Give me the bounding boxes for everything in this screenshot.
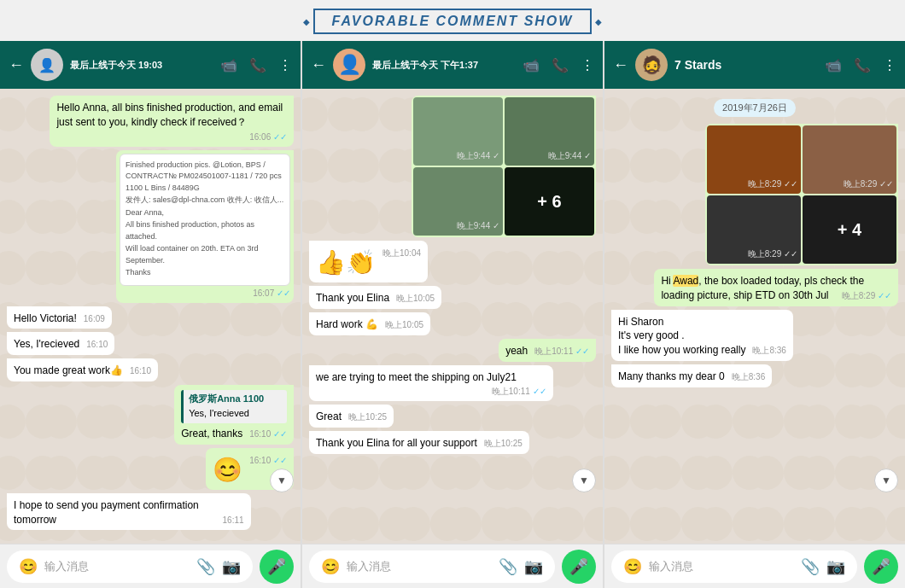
mic-button-3[interactable]: 🎤 bbox=[864, 550, 898, 584]
msg-text-2-8: Thank you Elina for all your support bbox=[316, 437, 477, 449]
attachment-icon-1[interactable]: 📎 bbox=[196, 557, 215, 576]
msg-time-1-8: 16:11 bbox=[223, 515, 244, 527]
chat-input-box-1[interactable]: 😊 输入消息 📎 📷 bbox=[7, 550, 253, 583]
emoji-clap: 👍👏 bbox=[316, 249, 376, 276]
msg-text-1-4: Yes, I'recieved bbox=[14, 338, 79, 350]
menu-icon-3[interactable]: ⋮ bbox=[883, 57, 896, 73]
chat-panel-3: ← 🧔 7 Stards 📹 📞 ⋮ 2019年7月26日 bbox=[604, 41, 905, 588]
scroll-down-btn-3[interactable]: ▼ bbox=[874, 469, 898, 492]
camera-icon-2[interactable]: 📷 bbox=[524, 557, 543, 576]
emoji-input-icon-2[interactable]: 😊 bbox=[321, 557, 340, 576]
back-arrow-3[interactable]: ← bbox=[613, 56, 628, 74]
plus-overlay-2: + 6 bbox=[505, 167, 594, 236]
msg-text-1-5: You made great work👍 bbox=[14, 364, 123, 376]
check-1-1: ✓✓ bbox=[273, 132, 287, 142]
menu-icon-2[interactable]: ⋮ bbox=[581, 57, 594, 73]
video-call-icon-2[interactable]: 📹 bbox=[523, 57, 540, 73]
title-banner: FAVORABLE COMMENT SHOW bbox=[0, 0, 905, 41]
message-2-2: 👍👏 晚上10:04 bbox=[309, 241, 428, 282]
highlight-awad: Awad bbox=[673, 275, 698, 287]
msg-time-1-5: 16:10 bbox=[130, 365, 151, 377]
msg-time-2-6: 晚上10:11 ✓✓ bbox=[492, 386, 546, 398]
cargo-img-2-4: + 6 bbox=[505, 167, 594, 236]
chat-input-placeholder-3[interactable]: 输入消息 bbox=[649, 559, 794, 574]
message-1-4: Yes, I'recieved 16:10 bbox=[7, 332, 114, 355]
scroll-down-btn-1[interactable]: ▼ bbox=[270, 469, 294, 492]
chat-header-2: ← 👤 最后上线于今天 下午1:37 📹 📞 ⋮ bbox=[302, 41, 603, 89]
msg-time-3-thanks: 晚上8:36 bbox=[732, 371, 765, 383]
chat-input-box-3[interactable]: 😊 输入消息 📎 📷 bbox=[611, 550, 857, 583]
img-time-3-2: 晚上8:29 ✓✓ bbox=[844, 178, 893, 190]
msg-text-2-7: Great bbox=[316, 410, 342, 422]
chat-input-box-2[interactable]: 😊 输入消息 📎 📷 bbox=[309, 550, 555, 583]
msg-text-1-1: Hello Anna, all bins finished production… bbox=[56, 102, 283, 128]
email-line-1: Finished production pics. @Lotion, BPS /… bbox=[126, 160, 284, 195]
chat-header-1: ← 👤 最后上线于今天 19:03 📹 📞 ⋮ bbox=[0, 41, 301, 89]
email-line-6: Thanks bbox=[126, 267, 284, 279]
chat-header-icons-2: 📹 📞 ⋮ bbox=[523, 57, 594, 73]
chat-header-info-2: 最后上线于今天 下午1:37 bbox=[372, 59, 516, 72]
panel-body-2: 晚上9:44 ✓ 晚上9:44 ✓ 晚上9:44 ✓ + 6 bbox=[302, 89, 603, 544]
msg-text-2-3: Thank you Elina bbox=[316, 292, 389, 304]
camera-icon-1[interactable]: 📷 bbox=[222, 557, 241, 576]
title-box: FAVORABLE COMMENT SHOW bbox=[313, 9, 593, 34]
message-1-6: 俄罗斯Anna 1100 Yes, I'recieved Great, than… bbox=[174, 385, 294, 445]
chat-header-3: ← 🧔 7 Stards 📹 📞 ⋮ bbox=[604, 41, 905, 89]
chat-panel-2: ← 👤 最后上线于今天 下午1:37 📹 📞 ⋮ 晚上9:44 ✓ bbox=[302, 41, 603, 588]
cargo-img-3-2: 晚上8:29 ✓✓ bbox=[803, 125, 896, 194]
message-1-8: I hope to send you payment confirmation … bbox=[7, 493, 251, 531]
msg-text-1-8: I hope to send you payment confirmation … bbox=[14, 499, 199, 526]
msg-time-3-awad: 晚上8:29 ✓✓ bbox=[842, 290, 891, 302]
msg-time-3-sharon: 晚上8:36 bbox=[752, 345, 785, 357]
mic-button-1[interactable]: 🎤 bbox=[260, 550, 294, 584]
panel-body-3: 2019年7月26日 晚上8:29 ✓✓ 晚上8:29 ✓✓ 晚上8:29 ✓✓ bbox=[604, 89, 905, 544]
attachment-icon-3[interactable]: 📎 bbox=[801, 557, 820, 576]
img-time-2-3: 晚上9:44 ✓ bbox=[457, 220, 499, 232]
cargo-img-2-1: 晚上9:44 ✓ bbox=[413, 97, 503, 166]
msg-time-2-5: 晚上10:11 ✓✓ bbox=[534, 346, 589, 358]
attachment-icon-2[interactable]: 📎 bbox=[499, 557, 517, 576]
phone-icon-3[interactable]: 📞 bbox=[854, 57, 871, 73]
msg-text-1-3: Hello Victoria! bbox=[14, 312, 77, 324]
date-badge-3: 2019年7月26日 bbox=[714, 99, 796, 117]
chat-input-placeholder-2[interactable]: 输入消息 bbox=[347, 559, 492, 574]
message-2-7: Great 晚上10:25 bbox=[309, 405, 394, 428]
chat-name-2: 最后上线于今天 下午1:37 bbox=[372, 59, 509, 72]
message-3-hiawad: Hi Awad, the box loaded today, pls check… bbox=[654, 269, 898, 306]
message-2-5: yeah 晚上10:11 ✓✓ bbox=[499, 339, 596, 362]
message-1-1: Hello Anna, all bins finished production… bbox=[50, 96, 294, 147]
phone-icon-2[interactable]: 📞 bbox=[552, 57, 569, 73]
avatar-3: 🧔 bbox=[635, 49, 668, 81]
video-call-icon-1[interactable]: 📹 bbox=[220, 57, 237, 73]
back-arrow-1[interactable]: ← bbox=[9, 56, 24, 74]
cargo-img-2-2: 晚上9:44 ✓ bbox=[505, 97, 594, 166]
msg-time-2-4: 晚上10:05 bbox=[385, 319, 423, 331]
mic-button-2[interactable]: 🎤 bbox=[562, 550, 596, 584]
reply-quote-1: 俄罗斯Anna 1100 Yes, I'recieved bbox=[181, 390, 287, 423]
msg-time-2-8: 晚上10:25 bbox=[484, 438, 523, 450]
chat-header-info-1: 最后上线于今天 19:03 bbox=[70, 59, 213, 72]
video-call-icon-3[interactable]: 📹 bbox=[825, 57, 842, 73]
emoji-input-icon-3[interactable]: 😊 bbox=[623, 557, 642, 576]
chat-messages-2: 晚上9:44 ✓ 晚上9:44 ✓ 晚上9:44 ✓ + 6 bbox=[302, 89, 603, 544]
phone-icon-1[interactable]: 📞 bbox=[249, 57, 266, 73]
cargo-grid-3: 晚上8:29 ✓✓ 晚上8:29 ✓✓ 晚上8:29 ✓✓ + 4 bbox=[707, 125, 896, 264]
msg-text-2-6: we are trying to meet the shipping on Ju… bbox=[316, 371, 517, 383]
msg-text-1-6: Great, thanks bbox=[181, 428, 242, 440]
message-3-cargo: 晚上8:29 ✓✓ 晚上8:29 ✓✓ 晚上8:29 ✓✓ + 4 bbox=[705, 124, 898, 265]
menu-icon-1[interactable]: ⋮ bbox=[278, 57, 292, 73]
chat-name-3: 7 Stards bbox=[674, 58, 794, 72]
msg-time-1-4: 16:10 bbox=[86, 339, 108, 351]
msg-time-1-6: 16:10 ✓✓ bbox=[249, 428, 287, 440]
chat-input-placeholder-1[interactable]: 输入消息 bbox=[44, 559, 190, 574]
avatar-1: 👤 bbox=[31, 49, 63, 81]
back-arrow-2[interactable]: ← bbox=[311, 56, 326, 74]
email-line-2: 发件人: sales@dpl-chna.com 收件人: 收信人... bbox=[126, 195, 284, 207]
chat-messages-1: Hello Anna, all bins finished production… bbox=[0, 89, 301, 544]
camera-icon-3[interactable]: 📷 bbox=[826, 557, 845, 576]
chat-header-icons-1: 📹 📞 ⋮ bbox=[220, 57, 292, 73]
emoji-input-icon-1[interactable]: 😊 bbox=[19, 557, 38, 576]
scroll-down-btn-2[interactable]: ▼ bbox=[572, 469, 596, 492]
chat-name-1: 最后上线于今天 19:03 bbox=[70, 59, 207, 72]
msg-text-2-5: yeah bbox=[505, 345, 528, 357]
